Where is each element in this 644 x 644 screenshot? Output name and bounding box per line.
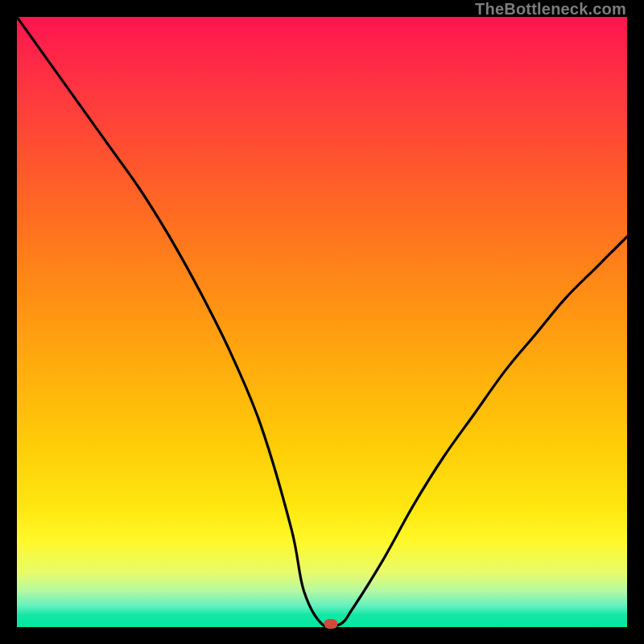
bottleneck-curve xyxy=(17,17,627,627)
plot-area xyxy=(17,17,627,627)
chart-frame: TheBottleneck.com xyxy=(0,0,644,644)
watermark-label: TheBottleneck.com xyxy=(475,0,626,19)
bottleneck-marker xyxy=(324,619,338,629)
